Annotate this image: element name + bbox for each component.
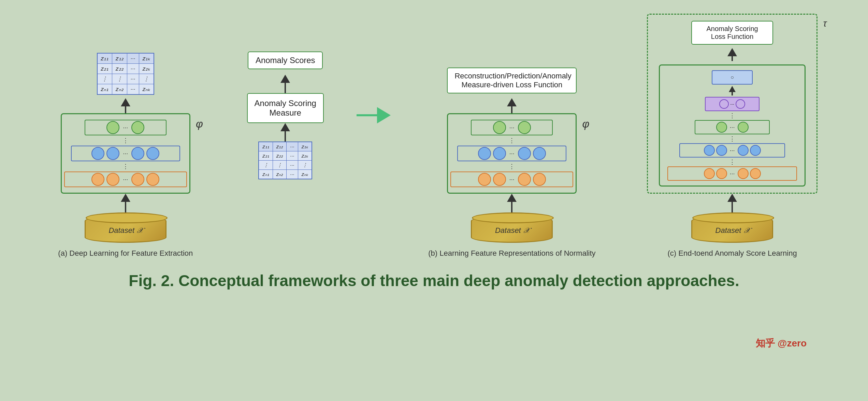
arrow-purple-to-loss [727, 48, 737, 61]
arrow-head [121, 98, 130, 106]
nn-box-b: φ ··· ⋮ ··· [447, 113, 577, 194]
diagram-label-a: (a) Deep Learning for Feature Extraction [58, 249, 193, 258]
dataset-label-a: Dataset 𝒳 [108, 226, 142, 235]
diagram-a: z₁₁ z₁₂ ··· z₁ₖ z₂₁ z₂₂ ··· z₂ₖ ⋮ ⋮ ··· … [37, 53, 214, 258]
anomaly-scores-box: Anomaly Scores [248, 51, 323, 69]
diagram-label-c: (c) End-toend Anomaly Score Learning [668, 249, 797, 258]
figure-caption-container: Fig. 2. Conceptual frameworks of three m… [101, 271, 766, 290]
data-table-top-a: z₁₁ z₁₂ ··· z₁ₖ z₂₁ z₂₂ ··· z₂ₖ ⋮ ⋮ ··· … [97, 53, 155, 95]
phi-label-a: φ [196, 118, 203, 130]
scoring-loss-box: Anomaly ScoringLoss Function [691, 21, 773, 45]
layer-blue-c: ··· [679, 143, 785, 158]
arrow-measure-to-score [280, 75, 290, 93]
layer-orange-c: ··· [667, 166, 797, 181]
nn-box-c-inner: ○ ··· [659, 64, 806, 187]
arrow-line [285, 83, 286, 93]
figure-caption: Fig. 2. Conceptual frameworks of three m… [129, 272, 739, 289]
layer-orange-b: ··· [450, 172, 573, 187]
arrow-c-inner-1 [729, 86, 736, 95]
nn-box-a: φ ··· ⋮ ··· [61, 113, 190, 194]
arrow-line [285, 131, 286, 142]
arrow-head [121, 194, 130, 202]
arrow-shaft [357, 114, 377, 116]
arrow-line [125, 106, 126, 113]
dataset-b: Dataset 𝒳 [471, 216, 553, 243]
layer-blue-a: ··· [71, 146, 180, 161]
anomaly-measure-box: Anomaly ScoringMeasure [247, 93, 324, 123]
layer-green-b: ··· [471, 120, 553, 135]
arrow-head-right [377, 107, 391, 123]
layer-orange-a: ··· [64, 172, 187, 187]
data-table-middle: z₁₁ z₁₂ ··· z₁ₖ z₂₁ z₂₂ ··· z₂ₖ ⋮ ⋮ ··· … [258, 142, 312, 179]
arrow-head [507, 98, 517, 106]
diagrams-row: z₁₁ z₁₂ ··· z₁ₖ z₂₁ z₂₂ ··· z₂ₖ ⋮ ⋮ ··· … [0, 0, 868, 258]
arrow-nn-to-table-a [121, 98, 130, 113]
arrow-head [727, 194, 737, 202]
arrow-line [732, 92, 733, 95]
arrow-right-large [357, 107, 391, 123]
tau-label: τ [823, 18, 827, 29]
arrow-head [507, 194, 517, 202]
dataset-cylinder-c: Dataset 𝒳 [691, 216, 773, 243]
middle-section: Anomaly Scores Anomaly ScoringMeasure z₁… [247, 51, 324, 179]
dataset-cylinder-b: Dataset 𝒳 [471, 216, 553, 243]
arrow-head [729, 86, 736, 92]
layer-blue-top-c: ○ [712, 70, 753, 85]
main-container: z₁₁ z₁₂ ··· z₁ₖ z₂₁ z₂₂ ··· z₂ₖ ⋮ ⋮ ··· … [0, 0, 868, 401]
arrow-head [727, 48, 737, 56]
arrow-nn-to-recon-b [507, 98, 517, 113]
diagram-b: Reconstruction/Prediction/AnomalyMeasure… [423, 68, 601, 258]
layer-green-a: ··· [85, 120, 167, 135]
watermark: 知乎 @zero [756, 337, 807, 350]
dataset-cylinder-a: Dataset 𝒳 [85, 216, 167, 243]
layer-blue-b: ··· [457, 146, 566, 161]
layer-purple-c: ··· [705, 97, 760, 111]
arrow-line [732, 56, 733, 61]
recon-loss-box: Reconstruction/Prediction/AnomalyMeasure… [447, 68, 577, 93]
dataset-a: Dataset 𝒳 [85, 216, 167, 243]
dataset-c: Dataset 𝒳 [691, 216, 773, 243]
diagram-label-b: (b) Learning Feature Representations of … [428, 249, 595, 258]
layer-green-c: ··· [695, 120, 770, 134]
arrow-table-to-measure [280, 123, 290, 142]
diagram-c: τ Anomaly ScoringLoss Function ○ [633, 14, 831, 258]
dashed-box-c: τ Anomaly ScoringLoss Function ○ [647, 14, 818, 194]
arrow-head [280, 123, 290, 131]
arrow-head [280, 75, 290, 83]
phi-label-b: φ [582, 118, 590, 130]
arrow-line [511, 106, 512, 113]
